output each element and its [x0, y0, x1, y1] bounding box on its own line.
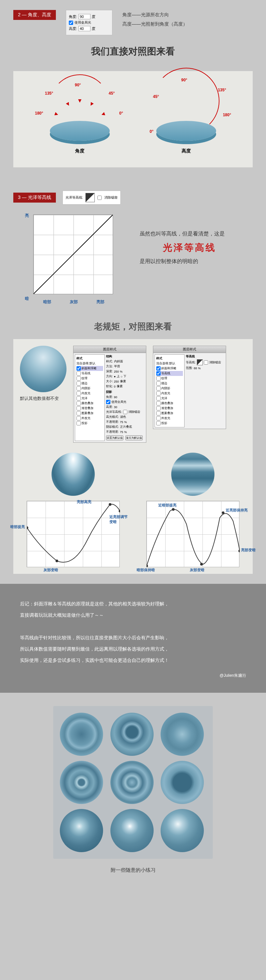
- list-item[interactable]: 等高线: [77, 371, 103, 376]
- angle-180: 180°: [35, 111, 43, 116]
- anno: 灰部变暗: [43, 568, 58, 573]
- contour-emphasis: 光泽等高线: [139, 242, 239, 254]
- curve-example-b: 暗部保持暗 近暗部提亮 灰部变暗 近亮部保持亮 亮部变暗: [139, 453, 246, 567]
- knob: [111, 713, 154, 756]
- footer-p5: 实际使用，还是多尝试多练习，实践中也可能会更适合自己的理解方式！: [20, 655, 246, 665]
- angle-0: 0°: [119, 111, 123, 116]
- list-item[interactable]: 描边: [77, 381, 103, 386]
- list-item[interactable]: 纹理: [77, 376, 103, 381]
- curve-chart-a: 暗部提亮 灰部变暗 亮部高亮 近亮部调节变暗: [27, 501, 120, 567]
- svg-point-7: [200, 563, 203, 566]
- list-item[interactable]: 图案叠加: [156, 411, 183, 416]
- list-item[interactable]: 外发光: [77, 416, 103, 421]
- antialias-checkbox[interactable]: [98, 196, 102, 200]
- axis-x1: 暗部: [43, 299, 51, 305]
- default-note: 默认其他数值都不变: [20, 396, 66, 401]
- dialog-style-list-2: 样式 混合选项:默认 斜面和浮雕 等高线 纹理 描边 内阴影 内发光 光泽 颜色…: [155, 354, 184, 427]
- list-item[interactable]: 斜面和浮雕: [77, 366, 103, 371]
- contour-picker-icon[interactable]: [85, 193, 95, 202]
- list-item[interactable]: 颜色叠加: [156, 401, 183, 406]
- note-height: 高度——光照射到角度（高度）: [122, 19, 187, 29]
- list-item[interactable]: 投影: [156, 421, 183, 426]
- height-45: 45°: [153, 94, 159, 99]
- footer-p3: 等高线由于针对性比较强，所以往往直接变换图片大小后会有产生影响，: [20, 633, 246, 642]
- list-item[interactable]: 纹理: [156, 376, 183, 381]
- list-item[interactable]: 图案叠加: [77, 411, 103, 416]
- svg-point-2: [56, 560, 58, 562]
- list-item[interactable]: 光泽: [156, 396, 183, 401]
- list-item[interactable]: 渐变叠加: [156, 406, 183, 411]
- global-light-label: 使用全局光: [74, 20, 91, 25]
- anno: 暗部保持暗: [137, 568, 155, 573]
- knob: [160, 809, 204, 852]
- diagram-panel: 0° 45° 90° 135° 180° 角度 0° 45° 90° 135° …: [13, 71, 253, 167]
- sphere-a: [51, 453, 95, 496]
- footer-p2: 直接调着玩玩就大概知道做什么用了～～: [20, 610, 246, 620]
- list-item[interactable]: 等高线: [156, 371, 183, 376]
- contour-text: 虽然也叫等高线，但是看清楚，这是 光泽等高线 是用以控制整体的明暗的: [139, 215, 239, 268]
- final-caption: 附一些随意的小练习: [13, 867, 253, 873]
- list-item[interactable]: 内阴影: [156, 386, 183, 391]
- list-item[interactable]: 内阴影: [77, 386, 103, 391]
- knob: [160, 761, 204, 804]
- curve-example-a: 暗部提亮 灰部变暗 亮部高亮 近亮部调节变暗: [20, 453, 127, 567]
- svg-point-1: [27, 527, 28, 529]
- angle-label: 角度:: [69, 14, 77, 19]
- svg-line-0: [34, 215, 113, 294]
- angle-input[interactable]: [79, 14, 90, 19]
- list-item[interactable]: 颜色叠加: [77, 401, 103, 406]
- note-angle: 角度——光源所在方向: [122, 10, 187, 19]
- list-item[interactable]: 混合选项:默认: [156, 361, 183, 366]
- list-item[interactable]: 斜面和浮雕: [156, 366, 183, 371]
- height-90: 90°: [181, 78, 187, 82]
- final-section: 附一些随意的小练习: [0, 693, 266, 887]
- anno: 亮部高亮: [77, 500, 91, 504]
- btn-reset-default[interactable]: 复位为默认值: [125, 435, 143, 440]
- notes: 角度——光源所在方向 高度——光照射到角度（高度）: [122, 10, 187, 29]
- global-light-checkbox[interactable]: [69, 21, 73, 25]
- heading-compare-2: 老规矩，对照图来看: [0, 321, 266, 332]
- anno: 暗部提亮: [10, 524, 25, 529]
- list-item[interactable]: 投影: [77, 421, 103, 426]
- btn-set-default[interactable]: 设置为默认值: [106, 435, 123, 440]
- list-item[interactable]: 混合选项:默认: [77, 361, 103, 366]
- diagram-height-caption: 高度: [181, 148, 191, 154]
- angle-90: 90°: [75, 83, 81, 88]
- contour-panel: 光泽等高线: 消除锯齿: [62, 191, 121, 205]
- list-item[interactable]: 渐变叠加: [77, 406, 103, 411]
- svg-point-3: [109, 503, 111, 506]
- contour-label: 光泽等高线:: [66, 195, 83, 200]
- badge-section-3: 3 — 光泽等高线: [13, 192, 56, 202]
- angle-45: 45°: [109, 91, 115, 95]
- axis-y-top: 亮: [25, 213, 29, 218]
- struct-heading: 结构: [106, 354, 145, 359]
- list-item[interactable]: 描边: [156, 381, 183, 386]
- sphere-b: [171, 453, 215, 496]
- dialog-title: 图层样式: [74, 346, 146, 353]
- anno: 灰部变暗: [190, 568, 205, 573]
- angle-135: 135°: [45, 91, 53, 95]
- axis-x2: 灰部: [70, 299, 78, 305]
- section-contour: 3 — 光泽等高线 光泽等高线: 消除锯齿 亮 暗 暗部 灰部 亮部 虽然也叫等…: [0, 181, 266, 311]
- list-item[interactable]: 外发光: [156, 416, 183, 421]
- anno: 近亮部调节变暗: [109, 514, 129, 524]
- dialog-title-2: 图层样式: [153, 346, 226, 353]
- footer-notes: 后记：斜面浮雕＆等高线的原理就是这些，其他的相关选项较为好理解， 直接调着玩玩就…: [0, 584, 266, 693]
- diagram-angle-caption: 角度: [75, 148, 85, 154]
- axis-x3: 亮部: [96, 299, 104, 305]
- list-item[interactable]: 光泽: [77, 396, 103, 401]
- layer-style-dialog-1: 图层样式 样式 混合选项:默认 斜面和浮雕 等高线 纹理 描边 内阴影 内发光 …: [73, 346, 146, 443]
- svg-point-8: [222, 511, 224, 514]
- angle-unit: 度: [92, 14, 95, 19]
- list-item[interactable]: 内发光: [156, 391, 183, 396]
- dialog-left-title: 样式: [77, 356, 103, 361]
- height-input[interactable]: [79, 26, 90, 31]
- svg-point-5: [147, 565, 148, 567]
- contour-heading: 等高线: [186, 354, 224, 359]
- list-item[interactable]: 内发光: [77, 391, 103, 396]
- sphere-default: [20, 346, 66, 392]
- footer-p1: 后记：斜面浮雕＆等高线的原理就是这些，其他的相关选项较为好理解，: [20, 599, 246, 608]
- diagram-angle: 0° 45° 90° 135° 180° 角度: [37, 81, 123, 154]
- knob: [111, 809, 154, 852]
- angle-height-panel: 角度: 度 使用全局光 高度: 度: [66, 10, 112, 35]
